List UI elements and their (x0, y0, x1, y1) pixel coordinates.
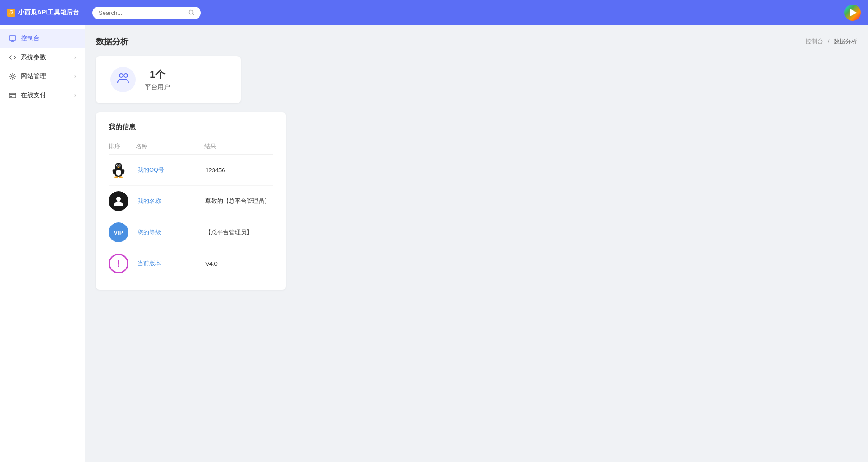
svg-point-12 (116, 170, 121, 176)
svg-point-5 (12, 75, 14, 78)
info-card: 我的信息 排序 名称 结果 (96, 112, 286, 290)
row-icon-person-wrap (109, 191, 136, 211)
sidebar: 控制台 系统参数 › 网站管理 › (0, 25, 85, 462)
stats-card: 1个 平台用户 (96, 56, 241, 103)
table-row-version: ! 当前版本 V4.0 (109, 248, 273, 279)
search-button[interactable] (188, 9, 194, 16)
users-icon (116, 71, 130, 89)
sidebar-label-online-pay: 在线支付 (21, 91, 74, 99)
sidebar-item-website-manage[interactable]: 网站管理 › (0, 67, 85, 86)
monitor-icon (9, 35, 16, 42)
search-box (92, 7, 201, 19)
row-result-version: V4.0 (205, 260, 273, 267)
row-name-qq[interactable]: 我的QQ号 (136, 166, 205, 174)
breadcrumb-parent: 控制台 (806, 38, 823, 45)
col-header-rank: 排序 (109, 142, 136, 151)
svg-rect-6 (9, 93, 16, 98)
svg-rect-8 (10, 96, 12, 97)
svg-point-9 (119, 74, 123, 77)
table-row-name: 我的名称 尊敬的【总平台管理员】 (109, 186, 273, 217)
breadcrumb-current: 数据分析 (834, 38, 857, 45)
breadcrumb: 控制台 / 数据分析 (806, 38, 857, 46)
logo: 瓜 小西瓜API工具箱后台 (7, 9, 92, 17)
card-icon (9, 92, 16, 99)
exclaim-icon: ! (109, 254, 128, 273)
sidebar-item-system-params[interactable]: 系统参数 › (0, 48, 85, 67)
main-content: 数据分析 控制台 / 数据分析 1个 平台用户 (85, 25, 868, 462)
app-logo-icon[interactable] (844, 5, 861, 21)
chevron-right-icon-2: › (74, 73, 76, 80)
svg-point-10 (124, 74, 128, 77)
search-input[interactable] (99, 9, 185, 16)
svg-point-18 (118, 167, 120, 168)
table-row-qq: 我的QQ号 123456 (109, 155, 273, 186)
row-result-vip: 【总平台管理员】 (205, 228, 273, 236)
svg-point-23 (116, 197, 121, 201)
sidebar-item-online-pay[interactable]: 在线支付 › (0, 86, 85, 105)
stats-label: 平台用户 (145, 83, 170, 91)
table-row-vip: VIP 您的等级 【总平台管理员】 (109, 217, 273, 248)
row-icon-qq-wrap (109, 160, 136, 180)
header: 瓜 小西瓜API工具箱后台 (0, 0, 868, 25)
svg-point-17 (119, 165, 120, 166)
gear-icon (9, 73, 16, 80)
row-name-vip[interactable]: 您的等级 (136, 228, 205, 236)
logo-icon: 瓜 (7, 9, 15, 17)
layout: 控制台 系统参数 › 网站管理 › (0, 25, 868, 462)
row-name-version[interactable]: 当前版本 (136, 259, 205, 268)
logo-text: 小西瓜API工具箱后台 (18, 9, 79, 17)
row-icon-vip-wrap: VIP (109, 222, 136, 242)
sidebar-label-system-params: 系统参数 (21, 53, 74, 61)
row-result-qq: 123456 (205, 167, 273, 174)
row-icon-version-wrap: ! (109, 254, 136, 273)
sidebar-item-dashboard[interactable]: 控制台 (0, 29, 85, 48)
svg-point-20 (119, 176, 123, 178)
row-result-myname: 尊敬的【总平台管理员】 (205, 197, 273, 205)
stats-info: 1个 平台用户 (145, 68, 170, 91)
person-icon (109, 191, 128, 211)
info-card-title: 我的信息 (109, 123, 273, 132)
chevron-right-icon: › (74, 54, 76, 61)
svg-rect-2 (9, 36, 16, 40)
svg-line-1 (193, 14, 194, 16)
col-header-result: 结果 (204, 142, 273, 151)
search-icon (188, 9, 194, 16)
code-icon (9, 54, 16, 61)
header-search-area (92, 7, 844, 19)
stats-count: 1个 (150, 68, 165, 81)
header-right (844, 5, 861, 21)
qq-icon (109, 160, 128, 180)
info-table-header: 排序 名称 结果 (109, 139, 273, 155)
page-header: 数据分析 控制台 / 数据分析 (96, 36, 857, 47)
sidebar-label-dashboard: 控制台 (21, 34, 76, 42)
breadcrumb-separator: / (828, 38, 830, 45)
page-title: 数据分析 (96, 36, 128, 47)
chevron-right-icon-3: › (74, 92, 76, 99)
row-name-myname[interactable]: 我的名称 (136, 197, 205, 205)
svg-point-16 (117, 165, 118, 166)
stats-icon-wrap (110, 67, 136, 92)
svg-point-19 (114, 176, 118, 178)
col-header-name: 名称 (136, 142, 204, 151)
svg-point-13 (115, 163, 122, 170)
play-icon (850, 9, 857, 16)
sidebar-label-website-manage: 网站管理 (21, 72, 74, 80)
vip-icon: VIP (109, 222, 128, 242)
